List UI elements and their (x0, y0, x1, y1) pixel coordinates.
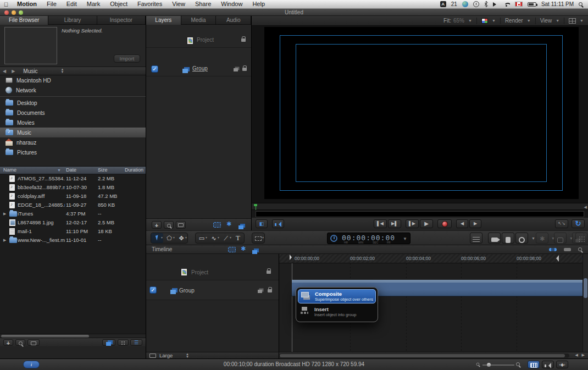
pan-tool[interactable]: ✥▼ (175, 233, 187, 243)
sidebar-item-nharauz[interactable]: nharauz (0, 137, 146, 147)
playhead-marker[interactable] (290, 255, 292, 260)
menu-share[interactable]: Share (190, 0, 216, 8)
import-button[interactable]: Import (114, 54, 140, 63)
play-button[interactable]: ▶ (420, 219, 433, 228)
select-rectangle-icon[interactable] (213, 222, 221, 228)
add-layer-button[interactable] (152, 221, 162, 229)
show-keyframes-button[interactable]: ‹◆› (556, 361, 568, 368)
input-menu-icon[interactable]: A (440, 1, 446, 7)
file-row-mail-1[interactable]: mail-111:10 PM18 KB (0, 227, 146, 236)
show-hud-button[interactable] (470, 233, 482, 244)
timeline-end-marker[interactable] (556, 255, 559, 262)
lock-icon[interactable] (268, 289, 272, 292)
menu-clock[interactable]: Sat 11:11 PM (541, 1, 574, 7)
color-channels-icon[interactable] (481, 18, 488, 24)
location-stepper-icon[interactable]: ▲▼ (60, 68, 64, 74)
show-project-pane-button[interactable]: ◧ (256, 219, 268, 228)
lock-icon[interactable] (267, 270, 271, 274)
menu-help[interactable]: Help (247, 0, 270, 8)
column-header-size[interactable]: Size (98, 167, 108, 174)
bluetooth-icon[interactable] (484, 1, 488, 7)
transform-tool[interactable]: ⬠▼ (163, 233, 175, 243)
go-to-start-button[interactable]: ▌◀ (374, 219, 387, 228)
show-audio-button[interactable] (542, 361, 554, 368)
audio-mute-button[interactable] (272, 219, 284, 228)
play-range-start-marker[interactable] (254, 204, 257, 210)
icon-view-button[interactable] (118, 339, 129, 346)
column-header-duration[interactable]: Duration (125, 167, 143, 174)
text-tool[interactable]: T (232, 233, 244, 243)
tab-media[interactable]: Media (181, 16, 217, 25)
sidebar-item-network[interactable]: Network (0, 85, 146, 95)
mini-timeline[interactable] (256, 211, 584, 217)
file-row-l8674898-1-jpg[interactable]: L8674898 1.jpg12-02-172.5 MB (0, 218, 146, 227)
make-particles-button[interactable] (575, 233, 587, 244)
scroll-left-icon[interactable]: ◀ (575, 353, 578, 357)
canvas-view[interactable] (252, 26, 588, 203)
snapping-icon[interactable] (549, 248, 557, 251)
drop-menu-item-insert[interactable]: Insert Insert object into group (298, 305, 376, 318)
network-globe-icon[interactable] (462, 1, 468, 7)
file-row-edge-18-24885-mp3[interactable]: EDGE_18_...24885.mp311-09-27850 KB (0, 201, 146, 209)
sidebar-item-documents[interactable]: Documents (0, 108, 146, 118)
column-header-date[interactable]: Date (66, 167, 76, 174)
file-row-coldplay-aiff[interactable]: coldplay.aiff11-09-1847.2 MB (0, 192, 146, 201)
time-machine-icon[interactable] (473, 1, 479, 7)
forward-arrow-icon[interactable]: ▶ (9, 69, 18, 74)
spotlight-icon[interactable] (579, 2, 583, 6)
file-row-itunes[interactable]: ▶iTunes4:37 PM-- (0, 209, 146, 218)
menu-object[interactable]: Object (105, 0, 132, 8)
zoom-slider-knob[interactable] (487, 363, 491, 367)
behaviors-icon[interactable] (241, 245, 246, 252)
record-button[interactable] (437, 219, 452, 228)
layer-row-project[interactable]: Project (146, 34, 251, 48)
play-range-scrubber[interactable]: ◀ (252, 203, 588, 210)
layout-caret-icon[interactable]: ▼ (580, 19, 584, 23)
apple-menu-icon[interactable]:  (0, 1, 12, 8)
sidebar-item-macintosh-hd[interactable]: Macintosh HD (0, 75, 146, 85)
activation-checkbox[interactable] (151, 65, 158, 73)
sidebar-item-movies[interactable]: Movies (0, 118, 146, 128)
paint-stroke-tool[interactable]: ⟋▼ (220, 233, 232, 243)
sidebar-item-desktop[interactable]: Desktop (0, 98, 146, 108)
view-caret-icon[interactable]: ▼ (556, 19, 559, 23)
zoom-level-value[interactable]: 65% (453, 18, 464, 24)
record-animation-button[interactable] (502, 233, 514, 244)
bezier-tool[interactable]: ∿▼ (208, 233, 220, 243)
select-rectangle-icon[interactable] (228, 247, 236, 252)
file-row-bb3eefa32-889b7-mp3[interactable]: bb3eefa32...889b7.mp310-07-301.8 MB (0, 183, 146, 192)
select-tool[interactable]: ▼ (151, 233, 163, 243)
tab-library[interactable]: Library (48, 16, 97, 25)
play-from-start-button[interactable]: ▌▶ (406, 219, 419, 228)
timecode-caret-icon[interactable]: ▼ (403, 236, 407, 241)
menu-motion[interactable]: Motion (12, 0, 42, 8)
timeline-zoom-icon[interactable] (578, 247, 582, 251)
menu-edit[interactable]: Edit (62, 0, 82, 8)
language-flag-icon[interactable] (515, 2, 523, 7)
timeline-row-project[interactable]: Project (146, 264, 279, 280)
add-button[interactable] (3, 339, 13, 346)
back-arrow-icon[interactable]: ◀ (0, 69, 9, 74)
wifi-icon[interactable] (503, 2, 510, 7)
fullscreen-button[interactable]: ↖↘ (555, 219, 568, 228)
retime-button[interactable] (515, 233, 528, 244)
lock-icon[interactable] (241, 38, 246, 42)
behaviors-icon[interactable] (226, 220, 231, 228)
show-timeline-button[interactable] (528, 361, 540, 368)
clips-view-button[interactable] (102, 339, 115, 346)
menu-mark[interactable]: Mark (82, 0, 105, 8)
battery-icon[interactable] (528, 2, 536, 7)
tab-audio[interactable]: Audio (216, 16, 251, 25)
scroll-right-icon[interactable]: ▶ (582, 353, 585, 357)
render-caret-icon[interactable]: ▼ (527, 19, 531, 23)
search-layers-button[interactable] (164, 221, 174, 229)
zoom-caret-icon[interactable]: ▼ (468, 19, 472, 23)
previous-frame-button[interactable]: ◀ (456, 219, 468, 228)
next-frame-button[interactable]: ▶ (469, 219, 481, 228)
filter-layers-button[interactable] (176, 221, 186, 229)
tab-layers[interactable]: Layers (146, 16, 181, 25)
new-camera-button[interactable] (488, 233, 501, 244)
file-row-www-new-fiest-metal[interactable]: ▶www.New-..._fiest.metal11-10-01-- (0, 236, 146, 245)
activation-checkbox[interactable] (149, 286, 157, 294)
tab-file-browser[interactable]: File Browser (0, 16, 48, 25)
